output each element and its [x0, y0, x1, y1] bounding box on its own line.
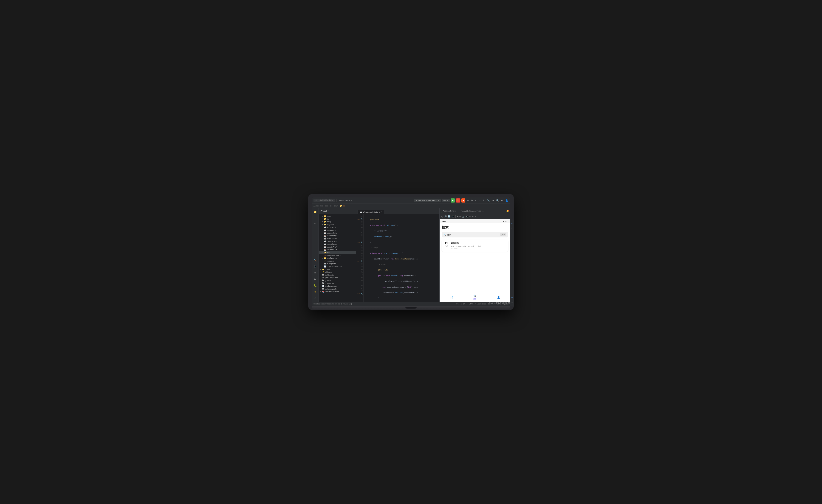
fold-icon[interactable]: 📱 — [452, 215, 454, 218]
fold2-icon[interactable]: ⧉ — [469, 215, 471, 218]
run-button[interactable]: ▶ — [451, 198, 455, 203]
power-icon[interactable]: ⏻ — [441, 215, 443, 218]
back-icon[interactable]: ◀ — [457, 215, 458, 218]
sync-icon[interactable]: ⟳ — [478, 199, 481, 202]
settings-icon[interactable]: ⚙ — [491, 199, 494, 202]
tree-item-external-libs[interactable]: ▶ 📚 External Libraries — [319, 290, 356, 293]
sidebar-item-more[interactable]: ··· — [314, 223, 316, 225]
tree-item-updatepwd[interactable]: ☕ UpdatePwdA — [319, 245, 356, 248]
device-mirror-icon[interactable]: ⊡ — [510, 296, 510, 299]
tree-item-buildgradle-app[interactable]: 🐘 build.gradle — [319, 262, 356, 265]
file-icon: 🐘 — [322, 279, 324, 281]
app-selector[interactable]: app ▼ — [442, 199, 450, 202]
tree-item-test[interactable]: ▶ 📁 test [unitTest] — [319, 257, 356, 259]
tree-item-register[interactable]: ☕ RegisterActi — [319, 240, 356, 243]
camera-icon[interactable]: 📷 — [462, 215, 464, 218]
zoom-out-icon[interactable]: － — [510, 227, 510, 230]
tree-item-settingsgradle[interactable]: 🐘 settings.gradle — [319, 287, 356, 290]
sidebar-item-project[interactable]: 📁 — [313, 210, 317, 214]
version-control-button[interactable]: version control ▼ — [338, 199, 353, 202]
tree-item-entity[interactable]: ▶ 📁 entity — [319, 220, 356, 223]
tree-item-about[interactable]: ☕ AboutActivit — [319, 226, 356, 229]
notification-bell[interactable]: 🔔 — [506, 210, 509, 212]
rotate-icon[interactable]: 🔄 — [448, 215, 451, 218]
tree-item-gradle-folder[interactable]: ▶ 📁 gradle — [319, 268, 356, 271]
user-icon[interactable]: 👤 — [505, 199, 508, 202]
tree-item-res[interactable]: ▼ 📂 res — [319, 251, 356, 254]
inspector-icon[interactable]: ‹/› — [510, 301, 510, 302]
tree-item-login[interactable]: ☕ LoginActivity — [319, 231, 356, 234]
tree-item-createnote[interactable]: ☕ CreateNoteA — [319, 229, 356, 231]
stop-device-icon[interactable]: ■ — [459, 215, 461, 218]
profile-nav-icon: 👤 — [497, 296, 500, 299]
sidebar-item-git2[interactable]: ⚡ — [313, 290, 317, 294]
phone-nav-notes[interactable]: 📄 — [440, 296, 463, 299]
tree-label: UesHelperAc — [327, 243, 337, 245]
device-tab-close-icon[interactable]: ✕ — [482, 210, 484, 212]
tree-item-localprops[interactable]: 📄 local.properties — [319, 285, 356, 287]
stop-button[interactable]: ■ — [461, 198, 465, 203]
tree-item-main[interactable]: ☕ MainActivity — [319, 234, 356, 237]
layout-icon[interactable]: ⊞ — [501, 199, 503, 202]
sidebar-item-git[interactable]: ⎇ — [313, 216, 317, 220]
tree-item-notedetails[interactable]: ☕ NoteDetailsA — [319, 237, 356, 240]
tree-item-fragment[interactable]: ▶ 📁 fragment — [319, 223, 356, 226]
java-file-icon: ☕ — [324, 237, 326, 239]
phone-note-month: 07月 — [445, 245, 448, 247]
running-devices-tab[interactable]: Running Devices — [441, 209, 458, 213]
tree-item-welcome[interactable]: ☕ WelcomeAct — [319, 248, 356, 251]
status-project: Android-note — [477, 303, 486, 305]
tree-item-buildgradle-root[interactable]: 🐘 build.gradle — [319, 273, 356, 276]
sidebar-item-terminal[interactable]: ≡ — [313, 271, 317, 275]
device-selector[interactable]: 🖥 Resizable (Exper...API 33 ▼ — [414, 199, 441, 202]
device-tab[interactable]: Resizable (Exper...API 33 ✕ — [459, 209, 485, 213]
phone-search-bar[interactable]: 🔍 计划 搜索 — [442, 232, 508, 237]
breadcrumb-main[interactable]: main — [334, 205, 338, 207]
sidebar-item-code[interactable]: ‹/› — [313, 296, 317, 300]
tree-item-ueshelper[interactable]: ☕ UesHelperAc — [319, 243, 356, 245]
structure-icon[interactable]: ≡ — [475, 199, 477, 202]
undo-icon[interactable]: ↩ — [466, 199, 469, 202]
tree-item-gitignore-app[interactable]: ⚡ .gitignore — [319, 259, 356, 262]
sidebar-item-android[interactable]: 📱 — [313, 264, 317, 268]
redo-icon[interactable]: ↻ — [471, 199, 473, 202]
phone-screen-title: 搜索 — [442, 225, 508, 230]
edit-icon[interactable]: ✎ — [482, 199, 485, 202]
phone-nav-search[interactable]: 🔍 搜索 — [463, 295, 487, 300]
laptop-base — [312, 306, 510, 310]
phone-search-button[interactable]: 搜索 — [500, 233, 506, 236]
phone-search-input[interactable]: 计划 — [447, 233, 500, 236]
tree-item-gitignore-root[interactable]: ⚡ .gitignore — [319, 271, 356, 273]
wrench-icon[interactable]: 🔧 — [486, 199, 490, 202]
sidebar-item-build[interactable]: 🔨 — [313, 258, 317, 262]
project-panel-header[interactable]: Project ▼ — [319, 208, 356, 214]
zoom-in-icon[interactable]: ＋ — [510, 222, 510, 225]
tree-item-base[interactable]: ▶ 📁 base — [319, 215, 356, 217]
debug-button[interactable]: 🐛 — [456, 198, 460, 203]
tab-more-button[interactable]: ⋮ — [434, 211, 438, 214]
sidebar-item-debug[interactable]: 🐛 — [313, 283, 317, 287]
phone-nav-profile[interactable]: 👤 — [487, 296, 510, 299]
tree-item-db[interactable]: ▶ 📁 db — [319, 217, 356, 220]
tree-item-gradleprops[interactable]: ‹/› gradle.properties — [319, 276, 356, 279]
tab-close-icon[interactable]: ✕ — [381, 211, 382, 213]
tree-item-proguard[interactable]: 📄 proguard-rules.pro — [319, 265, 356, 268]
breadcrumb-src[interactable]: src — [330, 205, 332, 207]
search-icon[interactable]: 🔍 — [496, 199, 499, 202]
tree-item-manifest[interactable]: ‹/› AndroidManifest.x — [319, 254, 356, 257]
code-content[interactable]: @Override protected void initData() { //… — [364, 214, 439, 302]
editor-tab-welcome[interactable]: ☕ WelcomeActivity.java ✕ — [358, 210, 384, 214]
code-area[interactable]: 32 33 🔧 34 35 36 37 38 40 🔧 41 — [356, 214, 439, 302]
phone-note-card[interactable]: 11 07月 健身计划 每周三次健身房锻炼，每次不少于一小时 2024/07/1… — [442, 240, 508, 252]
breadcrumb-android-note[interactable]: Android-note — [314, 205, 323, 207]
restore-icon[interactable]: ↩ — [472, 215, 474, 218]
tree-item-gradlewbat[interactable]: 🐘 gradlew.bat — [319, 282, 356, 285]
expand-icon[interactable]: ⊡ — [475, 215, 476, 218]
breadcrumb-app[interactable]: app — [325, 205, 328, 207]
volume-icon[interactable]: 🔊 — [444, 215, 447, 218]
breadcrumb-res[interactable]: 📁 res — [340, 205, 345, 207]
sidebar-item-run[interactable]: ▶ — [313, 277, 317, 281]
tree-item-gradlew[interactable]: 🐘 gradlew — [319, 279, 356, 282]
more-device-icon[interactable]: ⋮ — [477, 215, 480, 218]
mobile-icon[interactable]: 📲 — [466, 215, 468, 218]
